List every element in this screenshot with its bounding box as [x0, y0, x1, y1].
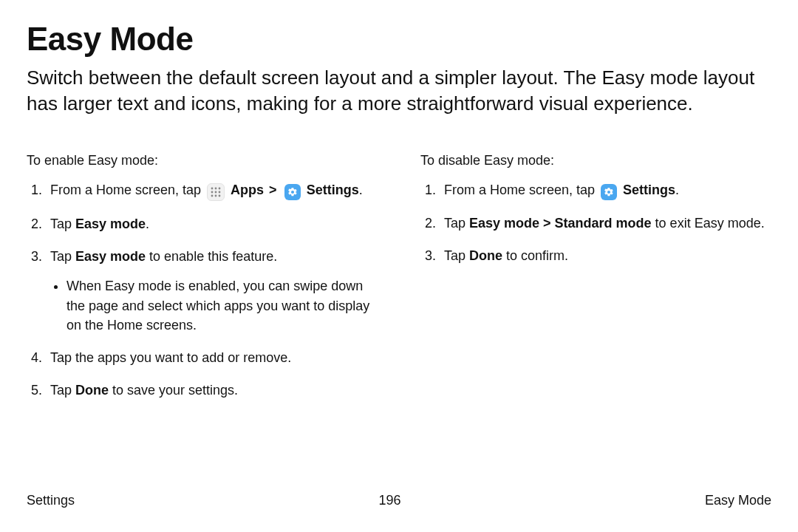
- disable-steps: From a Home screen, tap Settings. Tap Ea…: [420, 180, 771, 265]
- text-run: From a Home screen, tap: [50, 183, 205, 197]
- text-run: Tap: [50, 383, 75, 398]
- footer-right: Easy Mode: [705, 493, 771, 508]
- svg-point-0: [211, 188, 214, 190]
- apps-label: Apps: [231, 183, 264, 197]
- bold-run: Easy mode: [75, 216, 146, 231]
- period: .: [359, 183, 363, 197]
- period: .: [146, 216, 149, 231]
- enable-sub-1: When Easy mode is enabled, you can swipe…: [66, 276, 378, 334]
- page-title: Easy Mode: [27, 21, 771, 58]
- disable-step-1: From a Home screen, tap Settings.: [440, 180, 771, 200]
- text-run: to enable this feature.: [146, 249, 277, 264]
- bold-run: Done: [75, 383, 109, 398]
- period: .: [675, 183, 679, 197]
- svg-point-2: [219, 188, 221, 190]
- enable-step-4: Tap the apps you want to add or remove.: [46, 348, 378, 367]
- enable-steps: From a Home screen, tap Apps > Settings.…: [27, 180, 378, 400]
- disable-step-2: Tap Easy mode > Standard mode to exit Ea…: [440, 214, 771, 233]
- enable-substeps: When Easy mode is enabled, you can swipe…: [50, 276, 378, 334]
- two-column-layout: To enable Easy mode: From a Home screen,…: [27, 151, 771, 413]
- text-run: From a Home screen, tap: [444, 183, 598, 197]
- manual-page: Easy Mode Switch between the default scr…: [0, 0, 798, 532]
- svg-point-3: [211, 191, 214, 194]
- svg-point-8: [219, 195, 221, 197]
- apps-icon: [207, 183, 225, 201]
- enable-step-3: Tap Easy mode to enable this feature. Wh…: [46, 247, 378, 334]
- svg-point-7: [215, 195, 217, 197]
- text-run: Tap: [444, 216, 469, 231]
- page-footer: Settings 196 Easy Mode: [27, 493, 771, 508]
- settings-label: Settings: [623, 183, 675, 197]
- text-run: to confirm.: [502, 248, 568, 263]
- enable-step-5: Tap Done to save your settings.: [46, 381, 378, 400]
- svg-point-5: [219, 191, 221, 194]
- footer-page-number: 196: [378, 493, 400, 508]
- svg-point-4: [215, 191, 217, 194]
- text-run: Tap: [444, 248, 469, 263]
- bold-run: Done: [469, 248, 502, 263]
- svg-point-1: [215, 188, 217, 190]
- caret-icon: >: [267, 183, 279, 197]
- disable-heading: To disable Easy mode:: [420, 151, 771, 170]
- enable-step-1: From a Home screen, tap Apps > Settings.: [46, 180, 378, 201]
- text-run: to exit Easy mode.: [652, 216, 765, 231]
- bold-run: Easy mode: [75, 249, 146, 264]
- enable-step-2: Tap Easy mode.: [46, 214, 378, 233]
- bold-run: Easy mode > Standard mode: [469, 216, 652, 231]
- text-run: to save your settings.: [109, 383, 238, 398]
- text-run: Tap: [50, 216, 75, 231]
- enable-column: To enable Easy mode: From a Home screen,…: [27, 151, 378, 413]
- gear-icon: [601, 184, 617, 200]
- text-run: Tap: [50, 249, 75, 264]
- footer-left: Settings: [27, 493, 75, 508]
- svg-point-6: [211, 195, 214, 197]
- intro-paragraph: Switch between the default screen layout…: [27, 65, 765, 117]
- disable-column: To disable Easy mode: From a Home screen…: [420, 151, 771, 413]
- enable-heading: To enable Easy mode:: [27, 151, 378, 170]
- disable-step-3: Tap Done to confirm.: [440, 246, 771, 265]
- gear-icon: [284, 184, 301, 200]
- settings-label: Settings: [307, 183, 359, 197]
